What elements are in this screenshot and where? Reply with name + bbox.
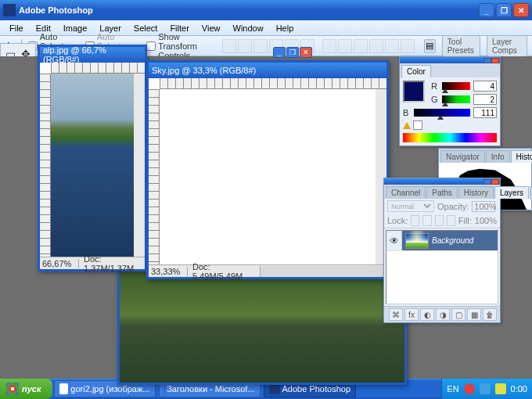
document-gori2[interactable]: [117, 268, 407, 385]
tab-paths[interactable]: Paths: [426, 186, 458, 199]
doc-minimize-button[interactable]: _: [273, 47, 286, 58]
distribute-right-icon[interactable]: [401, 39, 415, 53]
doc-maximize-button[interactable]: ❐: [286, 47, 299, 58]
tool-presets-tab[interactable]: Tool Presets: [442, 35, 480, 57]
language-indicator[interactable]: EN: [447, 384, 458, 394]
windows-logo-icon: [6, 383, 19, 395]
app-titlebar: Adobe Photoshop _ ❐ ✕: [0, 0, 532, 20]
palette-toggle-button[interactable]: ▤: [424, 39, 436, 53]
document-alp[interactable]: alp.jpg @ 66,7% (RGB/8#) 66,67% Doc: 1,3…: [38, 45, 147, 271]
minimize-button[interactable]: _: [479, 3, 494, 17]
tab-info[interactable]: Info: [486, 150, 510, 163]
r-label: R: [431, 81, 439, 91]
distribute-vcenter-icon[interactable]: [338, 39, 352, 53]
scrollbar-vertical[interactable]: [134, 74, 145, 257]
workspace: alp.jpg @ 66,7% (RGB/8#) 66,67% Doc: 1,3…: [0, 56, 532, 379]
ruler-vertical[interactable]: [149, 89, 160, 264]
g-input[interactable]: [473, 94, 497, 105]
spectrum-ramp[interactable]: [403, 133, 497, 142]
canvas-alp[interactable]: [51, 74, 134, 257]
clock[interactable]: 0:00: [511, 384, 527, 394]
ruler-horizontal[interactable]: [51, 63, 145, 74]
align-vcenter-icon[interactable]: [238, 39, 252, 53]
volume-icon[interactable]: [495, 383, 506, 394]
distribute-top-icon[interactable]: [322, 39, 336, 53]
start-button[interactable]: пуск: [0, 379, 52, 399]
tray-icon-1[interactable]: [464, 383, 475, 394]
b-slider[interactable]: [414, 109, 470, 117]
align-top-icon[interactable]: [222, 39, 236, 53]
new-layer-button[interactable]: ▦: [467, 308, 481, 321]
scrollbar-horizontal[interactable]: [260, 266, 386, 277]
distribute-bottom-icon[interactable]: [354, 39, 368, 53]
canvas-gori2[interactable]: [120, 270, 404, 383]
menu-file[interactable]: File: [3, 22, 30, 34]
doc-close-button[interactable]: ✕: [300, 47, 312, 58]
opacity-field[interactable]: 100%: [472, 201, 495, 212]
zoom-field[interactable]: 33,33%: [149, 267, 188, 276]
adjustment-layer-button[interactable]: ◑: [436, 308, 450, 321]
panel-minimize-button[interactable]: [483, 179, 491, 185]
visibility-toggle-icon[interactable]: 👁: [386, 231, 402, 250]
layer-mask-button[interactable]: ◐: [420, 308, 434, 321]
align-bottom-icon[interactable]: [253, 39, 268, 53]
blend-mode-select[interactable]: Normal: [387, 200, 434, 212]
panel-close-button[interactable]: [491, 58, 499, 63]
doc-sky-titlebar[interactable]: Sky.jpg @ 33,3% (RGB/8#) _ ❐ ✕: [149, 63, 386, 78]
menu-bar: File Edit Image Layer Select Filter View…: [0, 20, 532, 36]
panel-minimize-button[interactable]: [483, 58, 491, 63]
layer-style-button[interactable]: fx: [404, 308, 419, 321]
lock-position-icon[interactable]: [435, 215, 444, 226]
doc-alp-titlebar[interactable]: alp.jpg @ 66,7% (RGB/8#): [40, 47, 145, 63]
tab-navigator[interactable]: Navigator: [440, 150, 485, 163]
ruler-horizontal[interactable]: [160, 78, 386, 89]
link-layers-button[interactable]: ⌘: [389, 308, 403, 321]
doc-info[interactable]: Doc: 1,37M/1,37M: [79, 254, 145, 273]
lock-transparency-icon[interactable]: [411, 215, 419, 226]
tab-layers[interactable]: Layers: [494, 186, 529, 199]
doc-sky-title: Sky.jpg @ 33,3% (RGB/8#): [152, 66, 383, 75]
word-icon: [164, 383, 165, 394]
lock-label: Lock:: [387, 216, 408, 225]
g-label: G: [431, 95, 439, 104]
layer-name[interactable]: Background: [432, 236, 473, 245]
doc-alp-title: alp.jpg @ 66,7% (RGB/8#): [43, 45, 142, 64]
panel-close-button[interactable]: [491, 179, 499, 185]
r-slider[interactable]: [442, 82, 470, 90]
fill-field[interactable]: 100%: [475, 216, 497, 225]
system-tray: EN 0:00: [441, 379, 532, 399]
tab-histogram[interactable]: Histogram: [511, 150, 533, 163]
color-preview-swatch[interactable]: [403, 81, 425, 102]
tab-history[interactable]: History: [458, 186, 494, 199]
layer-list[interactable]: 👁 Background: [386, 230, 498, 304]
color-panel: Color R G B: [399, 56, 501, 146]
layers-panel: Channel Paths History Layers ctions Norm…: [383, 178, 501, 323]
gamut-swatch[interactable]: [413, 120, 422, 130]
maximize-button[interactable]: ❐: [496, 3, 512, 17]
tray-icon-2[interactable]: [480, 383, 491, 394]
r-input[interactable]: [473, 81, 497, 92]
close-button[interactable]: ✕: [513, 3, 529, 17]
layer-comps-tab[interactable]: Layer Comps: [487, 35, 527, 57]
lock-pixels-icon[interactable]: [422, 215, 431, 226]
tab-channels[interactable]: Channel: [386, 186, 426, 199]
tab-color[interactable]: Color: [401, 65, 431, 77]
menu-help[interactable]: Help: [270, 22, 300, 34]
layer-thumbnail[interactable]: [405, 233, 429, 249]
layer-item-background[interactable]: 👁 Background: [386, 231, 498, 251]
app-title: Adobe Photoshop: [19, 5, 479, 15]
distribute-hcenter-icon[interactable]: [385, 39, 399, 53]
gamut-warning-icon[interactable]: [403, 122, 411, 129]
zoom-field[interactable]: 66,67%: [40, 259, 79, 268]
new-group-button[interactable]: ▢: [451, 308, 466, 321]
distribute-left-icon[interactable]: [369, 39, 383, 53]
lock-all-icon[interactable]: [447, 215, 455, 226]
doc-sky-status: 33,33% Doc: 5,49M/5,49M: [149, 264, 386, 277]
ruler-vertical[interactable]: [40, 74, 51, 257]
doc-info[interactable]: Doc: 5,49M/5,49M: [188, 262, 260, 281]
delete-layer-button[interactable]: 🗑: [483, 308, 497, 321]
b-input[interactable]: [473, 107, 497, 118]
g-slider[interactable]: [442, 95, 470, 103]
menu-window[interactable]: Window: [227, 22, 270, 34]
document-sky[interactable]: Sky.jpg @ 33,3% (RGB/8#) _ ❐ ✕ 33,33% Do…: [146, 60, 389, 279]
